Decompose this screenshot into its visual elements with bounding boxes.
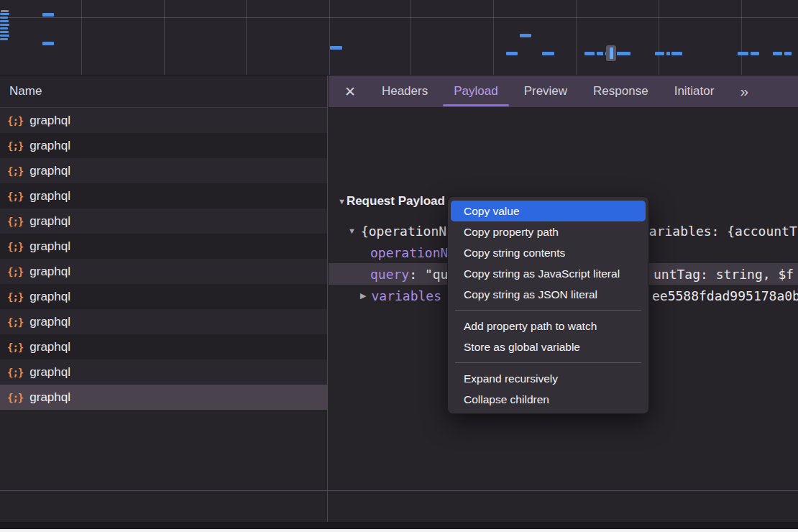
waterfall-bar — [617, 52, 630, 55]
json-braces-icon: {;} — [7, 216, 23, 227]
collapsed-triangle-icon[interactable]: ▶ — [360, 291, 366, 301]
json-braces-icon: {;} — [7, 241, 23, 252]
section-expanded-triangle-icon[interactable]: ▼ — [338, 197, 346, 206]
waterfall-bar — [773, 52, 782, 55]
json-key: variables — [371, 288, 441, 303]
menu-item-copy-string-contents[interactable]: Copy string contents — [451, 242, 646, 263]
waterfall-bar — [751, 52, 759, 55]
menu-item-copy-string-as-javascript-literal[interactable]: Copy string as JavaScript literal — [451, 263, 646, 284]
menu-separator — [455, 310, 641, 311]
request-name: graphql — [29, 239, 70, 254]
column-header-label: Name — [9, 84, 42, 98]
request-row[interactable]: {;}graphql — [0, 183, 327, 208]
waterfall-bar — [655, 52, 664, 55]
json-braces-icon: {;} — [7, 115, 23, 127]
menu-item-expand-recursively[interactable]: Expand recursively — [451, 368, 646, 389]
request-row[interactable]: {;}graphql — [0, 309, 327, 334]
request-name: graphql — [29, 189, 70, 203]
waterfall-bar — [0, 31, 9, 33]
menu-item-collapse-children[interactable]: Collapse children — [451, 389, 646, 410]
request-row[interactable]: {;}graphql — [0, 208, 327, 234]
request-name: graphql — [29, 114, 70, 128]
request-name: graphql — [29, 164, 70, 178]
waterfall-bar — [0, 20, 9, 22]
more-tabs-icon[interactable]: » — [740, 83, 747, 100]
window-bottom-edge — [0, 522, 798, 529]
waterfall-bar — [0, 38, 8, 40]
request-row[interactable]: {;}graphql — [0, 133, 327, 158]
waterfall-bar — [330, 46, 342, 50]
waterfall-bar — [0, 24, 9, 26]
request-row[interactable]: {;}graphql — [0, 334, 327, 359]
overview-gridline — [81, 0, 82, 75]
menu-item-copy-string-as-json-literal[interactable]: Copy string as JSON literal — [451, 284, 646, 305]
json-string-value-left: "qu — [425, 267, 449, 282]
request-name: graphql — [29, 340, 70, 354]
request-name: graphql — [29, 390, 70, 405]
json-braces-icon: {;} — [7, 140, 23, 152]
json-colon: : — [409, 267, 425, 282]
overview-gridline — [329, 0, 330, 75]
waterfall-bar — [597, 52, 603, 55]
waterfall-bar — [0, 35, 9, 37]
request-row[interactable]: {;}graphql — [0, 158, 327, 183]
menu-item-add-property-path-to-watch[interactable]: Add property path to watch — [451, 316, 646, 336]
request-row[interactable]: {;}graphql — [0, 359, 327, 385]
root-expanded-triangle-icon[interactable]: ▼ — [348, 226, 356, 235]
column-header-name[interactable]: Name — [0, 75, 327, 108]
request-row[interactable]: {;}graphql — [0, 234, 327, 259]
menu-item-copy-value[interactable]: Copy value — [451, 201, 646, 221]
json-braces-icon: {;} — [7, 392, 23, 403]
waterfall-bar — [0, 27, 8, 29]
waterfall-bar — [666, 52, 670, 55]
overview-gridline — [246, 0, 247, 75]
request-name: graphql — [29, 290, 70, 304]
request-row[interactable]: {;}graphql — [0, 284, 327, 309]
waterfall-bar — [542, 52, 554, 55]
json-braces-icon: {;} — [7, 266, 23, 278]
waterfall-bar — [0, 13, 9, 15]
menu-separator — [455, 362, 641, 363]
menu-item-copy-property-path[interactable]: Copy property path — [451, 221, 646, 242]
waterfall-bar — [784, 52, 792, 55]
section-title: Request Payload — [347, 194, 445, 208]
json-braces-icon: {;} — [7, 341, 23, 353]
overview-gridline — [493, 0, 494, 75]
waterfall-bar — [506, 52, 518, 55]
waterfall-bar — [42, 42, 54, 45]
tab-initiator[interactable]: Initiator — [674, 75, 715, 107]
devtools-window: Name {;}graphql{;}graphql{;}graphql{;}gr… — [0, 0, 798, 529]
summary-bar-divider — [0, 490, 798, 491]
close-icon[interactable]: ✕ — [344, 85, 356, 98]
overview-gridline — [741, 0, 742, 75]
waterfall-bar — [0, 17, 8, 19]
request-row[interactable]: {;}graphql — [0, 108, 327, 133]
request-list: {;}graphql{;}graphql{;}graphql{;}graphql… — [0, 108, 327, 410]
tab-preview[interactable]: Preview — [524, 75, 567, 107]
tab-headers[interactable]: Headers — [382, 75, 428, 107]
waterfall-bar — [584, 52, 595, 55]
request-name: graphql — [29, 365, 70, 380]
waterfall-bar — [1, 10, 9, 12]
overview-gridline — [576, 0, 577, 75]
context-menu: Copy valueCopy property pathCopy string … — [447, 196, 649, 414]
waterfall-bar — [520, 34, 531, 37]
json-preview-fragment: ee5588fdad995178a0b — [652, 288, 798, 303]
request-name: graphql — [29, 139, 70, 153]
json-braces-icon: {;} — [7, 191, 23, 202]
tab-payload[interactable]: Payload — [454, 75, 497, 107]
overview-gridline — [411, 0, 411, 75]
request-list-panel: Name {;}graphql{;}graphql{;}graphql{;}gr… — [0, 75, 328, 522]
network-overview-timeline[interactable] — [0, 0, 798, 75]
json-braces-icon: {;} — [7, 291, 23, 303]
request-row[interactable]: {;}graphql — [0, 385, 327, 410]
overview-gridline — [0, 17, 798, 18]
json-string-value-right: untTag: string, $f — [653, 267, 794, 282]
tab-response[interactable]: Response — [593, 75, 648, 107]
waterfall-bar — [42, 13, 54, 17]
menu-item-store-as-global-variable[interactable]: Store as global variable — [451, 336, 646, 357]
request-row[interactable]: {;}graphql — [0, 259, 327, 284]
waterfall-bar — [671, 52, 682, 55]
request-name: graphql — [29, 265, 70, 279]
overview-gridline — [164, 0, 165, 75]
